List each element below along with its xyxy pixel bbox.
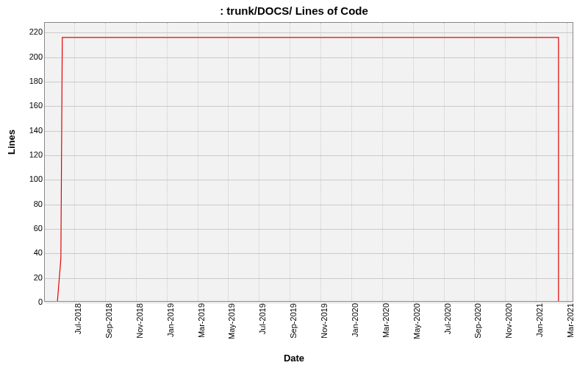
x-gridline <box>382 23 383 301</box>
y-gridline <box>45 205 573 205</box>
y-tick-label: 140 <box>16 126 43 135</box>
x-gridline <box>505 23 506 301</box>
y-gridline <box>45 253 573 254</box>
plot-area <box>44 22 573 302</box>
x-tick-label: Jul-2020 <box>443 303 452 334</box>
x-tick-label: May-2020 <box>412 303 421 339</box>
x-tick-label: Nov-2020 <box>504 303 513 339</box>
x-gridline <box>74 23 75 301</box>
x-gridline <box>444 23 445 301</box>
x-tick-label: Jul-2019 <box>258 303 267 334</box>
y-gridline <box>45 106 573 107</box>
y-tick-label: 160 <box>16 101 43 110</box>
line-series <box>45 23 573 301</box>
y-gridline <box>45 302 573 303</box>
x-tick-label: Jan-2021 <box>535 303 544 337</box>
x-tick-label: May-2019 <box>227 303 236 339</box>
x-gridline <box>290 23 290 301</box>
x-gridline <box>105 23 106 301</box>
x-tick-label: Mar-2019 <box>197 303 206 338</box>
x-gridline <box>413 23 414 301</box>
y-gridline <box>45 278 573 279</box>
x-tick-label: Jan-2019 <box>166 303 175 337</box>
x-gridline <box>536 23 537 301</box>
y-tick-label: 40 <box>16 248 43 257</box>
x-gridline <box>167 23 168 301</box>
y-gridline <box>45 82 573 82</box>
y-gridline <box>45 131 573 132</box>
x-tick-label: Mar-2021 <box>566 303 575 338</box>
y-gridline <box>45 229 573 230</box>
x-tick-label: Jul-2018 <box>74 303 82 334</box>
x-gridline <box>228 23 229 301</box>
y-tick-label: 0 <box>16 297 43 306</box>
y-tick-label: 80 <box>16 199 43 208</box>
y-tick-label: 200 <box>16 52 43 61</box>
y-axis-label: Lines <box>6 130 17 155</box>
x-tick-label: Jan-2020 <box>351 303 359 337</box>
x-gridline <box>320 23 321 301</box>
y-tick-label: 60 <box>16 224 43 233</box>
y-tick-label: 100 <box>16 174 43 183</box>
y-tick-label: 220 <box>16 27 43 36</box>
y-gridline <box>45 155 573 156</box>
x-tick-label: Nov-2019 <box>320 303 329 339</box>
y-gridline <box>45 32 573 33</box>
y-tick-label: 180 <box>16 77 43 85</box>
x-gridline <box>198 23 198 301</box>
chart-container: : trunk/DOCS/ Lines of Code Lines Date 0… <box>0 0 588 368</box>
x-tick-label: Sep-2019 <box>289 303 298 339</box>
x-tick-label: Sep-2018 <box>104 303 113 339</box>
y-tick-label: 120 <box>16 150 43 159</box>
y-gridline <box>45 180 573 180</box>
chart-title: : trunk/DOCS/ Lines of Code <box>0 4 588 17</box>
x-tick-label: Sep-2020 <box>473 303 482 339</box>
x-gridline <box>136 23 137 301</box>
y-gridline <box>45 57 573 58</box>
x-gridline <box>567 23 567 301</box>
y-tick-label: 20 <box>16 273 43 282</box>
x-tick-label: Mar-2020 <box>381 303 390 338</box>
x-gridline <box>474 23 475 301</box>
x-axis-label: Date <box>0 353 588 364</box>
x-gridline <box>259 23 259 301</box>
x-tick-label: Nov-2018 <box>135 303 144 339</box>
x-gridline <box>351 23 352 301</box>
